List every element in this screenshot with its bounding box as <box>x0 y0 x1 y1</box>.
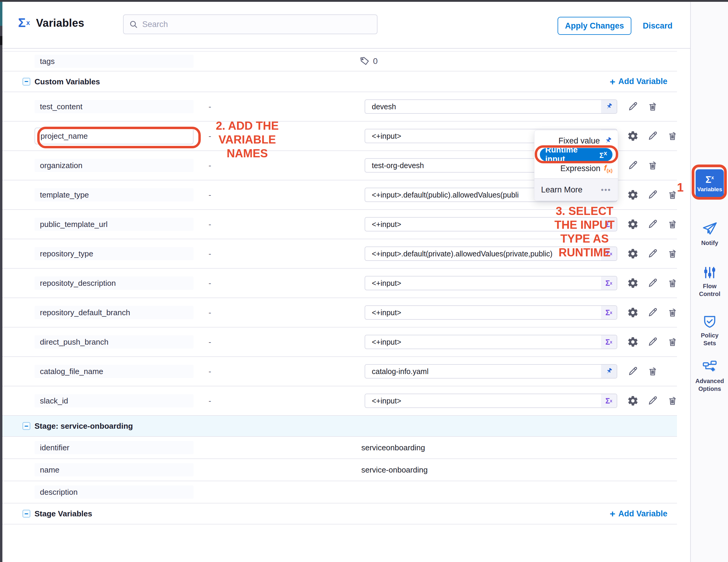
collapse-toggle-icon[interactable] <box>23 422 30 430</box>
delete-icon[interactable] <box>667 336 678 348</box>
sidebar-item-notify[interactable]: Notify <box>691 221 728 247</box>
delete-icon[interactable] <box>647 160 658 171</box>
variable-value: catalog-info.yaml <box>365 367 601 376</box>
menu-item-runtime-input[interactable]: Runtime input Σx <box>534 148 618 161</box>
settings-icon[interactable] <box>627 395 639 407</box>
variable-description: - <box>209 278 211 288</box>
variable-name: project_name <box>41 131 88 141</box>
delete-icon[interactable] <box>667 395 678 407</box>
collapse-toggle-icon[interactable] <box>23 510 30 518</box>
edit-icon[interactable] <box>627 366 639 377</box>
name-label-box: name <box>35 463 194 476</box>
search-input[interactable]: Search <box>123 14 378 34</box>
variable-name-box: public_template_url <box>35 218 194 231</box>
runtime-input-label: Runtime input <box>545 145 596 164</box>
delete-icon[interactable] <box>647 101 658 112</box>
variable-row: public_template_url - <+input> Σx <box>2 210 677 239</box>
variable-row: slack_id - <+input> Σx <box>2 386 677 416</box>
stage-variables-title: Stage Variables <box>35 509 92 518</box>
sidebar-item-label: Variables <box>697 186 722 193</box>
edit-icon[interactable] <box>647 336 658 348</box>
edit-icon[interactable] <box>647 130 658 142</box>
runtime-sigma-suffix-icon[interactable]: Σx <box>601 394 617 407</box>
sidebar-item-policy-sets[interactable]: Policy Sets <box>691 314 728 347</box>
variable-value-input[interactable]: devesh <box>365 99 617 114</box>
menu-footer-learn-more[interactable]: Learn More ••• <box>534 178 618 200</box>
settings-icon[interactable] <box>627 218 639 230</box>
variable-description: - <box>209 220 211 229</box>
variable-value-input[interactable]: <+input> Σx <box>365 305 617 320</box>
delete-icon[interactable] <box>667 248 678 259</box>
variable-value: <+input> <box>365 279 601 288</box>
settings-icon[interactable] <box>627 130 639 142</box>
variable-name-box: project_name <box>35 128 194 144</box>
discard-button[interactable]: Discard <box>643 17 672 35</box>
apply-changes-button[interactable]: Apply Changes <box>558 17 631 35</box>
variable-name: public_template_url <box>40 220 107 229</box>
delete-icon[interactable] <box>667 307 678 318</box>
sidebar-item-advanced-options[interactable]: Advanced Options <box>691 360 728 393</box>
variable-name: organization <box>40 161 83 170</box>
settings-icon[interactable] <box>627 336 639 348</box>
settings-icon[interactable] <box>627 277 639 289</box>
variable-value-input[interactable]: <+input> Σx <box>365 335 617 349</box>
variables-table: tags 0 Custom Variables + Add Variable <box>2 49 690 562</box>
variables-panel-page: Σx Variables Search Apply Changes Discar… <box>0 0 728 562</box>
variable-row: repository_default_branch - <+input> Σx <box>2 298 677 328</box>
edit-icon[interactable] <box>647 218 658 230</box>
runtime-sigma-suffix-icon[interactable]: Σx <box>601 335 617 349</box>
variable-name: test_content <box>40 102 83 111</box>
add-variable-label: Add Variable <box>618 509 667 518</box>
delete-icon[interactable] <box>647 366 658 377</box>
sidebar-item-variables[interactable]: Σx Variables <box>696 169 724 198</box>
plus-icon: + <box>610 77 615 86</box>
delete-icon[interactable] <box>667 218 678 230</box>
delete-icon[interactable] <box>667 130 678 142</box>
page-title: Variables <box>36 17 84 29</box>
variable-value: <+input>.default(private).allowedValues(… <box>365 249 601 258</box>
variable-value: <+input> <box>365 308 601 317</box>
variable-row: repositoty_description - <+input> Σx <box>2 269 677 298</box>
search-placeholder: Search <box>142 20 168 29</box>
sidebar-item-flow-control[interactable]: Flow Control <box>691 265 728 298</box>
variable-value-input[interactable]: <+input> Σx <box>365 276 617 290</box>
tags-label-box: tags <box>35 55 194 68</box>
variable-name-box: direct_push_branch <box>35 335 194 349</box>
collapse-toggle-icon[interactable] <box>23 78 30 86</box>
settings-icon[interactable] <box>627 307 639 318</box>
description-label: description <box>40 488 78 497</box>
variable-value-input[interactable]: <+input>.default(private).allowedValues(… <box>365 246 617 261</box>
variable-value-input[interactable]: catalog-info.yaml <box>365 364 617 379</box>
edit-icon[interactable] <box>647 307 658 318</box>
identifier-label: identifier <box>40 443 69 452</box>
fixed-pin-suffix-icon[interactable] <box>601 365 617 378</box>
delete-icon[interactable] <box>667 189 678 200</box>
variable-name-box: catalog_file_name <box>35 365 194 378</box>
runtime-sigma-suffix-icon[interactable]: Σx <box>601 218 617 231</box>
delete-icon[interactable] <box>667 277 678 289</box>
edit-icon[interactable] <box>647 395 658 407</box>
edit-icon[interactable] <box>647 277 658 289</box>
variable-row: test_content - devesh <box>2 92 677 122</box>
more-options-dots-icon: ••• <box>601 185 611 194</box>
expression-label: Expression <box>560 164 600 173</box>
runtime-sigma-suffix-icon[interactable]: Σx <box>601 306 617 319</box>
variable-description: - <box>209 338 211 347</box>
runtime-input-selected-pill: Runtime input Σx <box>540 148 612 161</box>
edit-icon[interactable] <box>647 189 658 200</box>
add-variable-button[interactable]: + Add Variable <box>610 77 667 86</box>
settings-icon[interactable] <box>627 248 639 259</box>
variable-description: - <box>209 190 211 200</box>
edit-icon[interactable] <box>627 101 639 112</box>
learn-more-label: Learn More <box>541 185 582 194</box>
tags-label: tags <box>40 57 55 66</box>
variable-value-input[interactable]: <+input> Σx <box>365 394 617 408</box>
settings-icon[interactable] <box>627 189 639 200</box>
edit-icon[interactable] <box>647 248 658 259</box>
fixed-pin-suffix-icon[interactable] <box>601 100 617 113</box>
add-variable-button[interactable]: + Add Variable <box>610 509 667 518</box>
runtime-sigma-suffix-icon[interactable]: Σx <box>601 276 617 290</box>
variable-value-input[interactable]: <+input> Σx <box>365 217 617 231</box>
runtime-sigma-suffix-icon[interactable]: Σx <box>601 247 617 260</box>
edit-icon[interactable] <box>627 160 639 171</box>
